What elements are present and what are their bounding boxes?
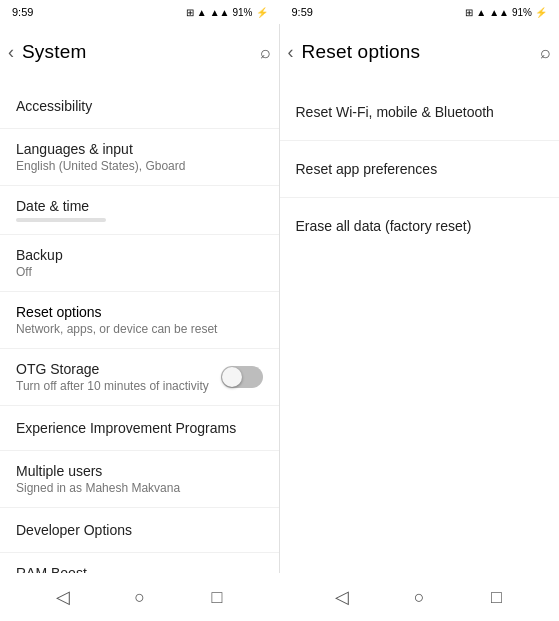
left-nav-bar: ◁ ○ □ <box>0 573 280 621</box>
reset-title: Reset options <box>16 304 263 320</box>
left-recents-nav-icon[interactable]: □ <box>201 581 233 613</box>
signal-icon-r: ▲▲ <box>489 7 509 18</box>
right-back-icon[interactable]: ‹ <box>288 42 294 63</box>
reset-subtitle: Network, apps, or device can be reset <box>16 322 263 336</box>
left-home-nav-icon[interactable]: ○ <box>124 581 156 613</box>
backup-title: Backup <box>16 247 263 263</box>
left-back-nav-icon[interactable]: ◁ <box>47 581 79 613</box>
backup-subtitle: Off <box>16 265 263 279</box>
settings-item-languages[interactable]: Languages & input English (United States… <box>0 129 279 185</box>
developer-title: Developer Options <box>16 522 263 538</box>
charge-icon-r: ⚡ <box>535 7 547 18</box>
settings-item-accessibility[interactable]: Accessibility <box>0 84 279 128</box>
right-status-bar: 9:59 ⊞ ▲ ▲▲ 91% ⚡ <box>280 0 560 24</box>
languages-title: Languages & input <box>16 141 263 157</box>
signal-icon: ▲▲ <box>210 7 230 18</box>
factory-reset-label: Erase all data (factory reset) <box>296 218 472 234</box>
reset-wifi-label: Reset Wi-Fi, mobile & Bluetooth <box>296 104 494 120</box>
datetime-progress <box>16 218 106 222</box>
sim-icon-r: ⊞ <box>465 7 473 18</box>
otg-subtitle: Turn off after 10 minutes of inactivity <box>16 379 221 393</box>
settings-item-datetime[interactable]: Date & time <box>0 186 279 234</box>
left-back-icon[interactable]: ‹ <box>8 42 14 63</box>
right-panel: ‹ Reset options ⌕ Reset Wi-Fi, mobile & … <box>280 24 560 573</box>
left-settings-list: Accessibility Languages & input English … <box>0 80 279 573</box>
datetime-title: Date & time <box>16 198 263 214</box>
right-back-nav-icon[interactable]: ◁ <box>326 581 358 613</box>
otg-title: OTG Storage <box>16 361 221 377</box>
panels-container: ‹ System ⌕ Accessibility Languages & inp… <box>0 24 559 573</box>
reset-app-label: Reset app preferences <box>296 161 438 177</box>
settings-item-ram[interactable]: RAM Boost Optimize RAM utilization based… <box>0 553 279 573</box>
left-status-icons: ⊞ ▲ ▲▲ 91% ⚡ <box>186 7 268 18</box>
reset-app-item[interactable]: Reset app preferences <box>280 141 560 197</box>
left-panel-title: System <box>22 41 260 63</box>
left-time: 9:59 <box>12 6 33 18</box>
battery-left: 91% <box>232 7 252 18</box>
factory-reset-item[interactable]: Erase all data (factory reset) <box>280 198 560 254</box>
settings-item-reset[interactable]: Reset options Network, apps, or device c… <box>0 292 279 348</box>
wifi-icon-r: ▲ <box>476 7 486 18</box>
accessibility-title: Accessibility <box>16 98 263 114</box>
right-panel-title: Reset options <box>302 41 541 63</box>
right-panel-header: ‹ Reset options ⌕ <box>280 24 560 80</box>
right-home-nav-icon[interactable]: ○ <box>403 581 435 613</box>
otg-toggle[interactable] <box>221 366 263 388</box>
battery-right: 91% <box>512 7 532 18</box>
left-status-bar: 9:59 ⊞ ▲ ▲▲ 91% ⚡ <box>0 0 280 24</box>
sim-icon: ⊞ <box>186 7 194 18</box>
toggle-knob <box>222 367 242 387</box>
users-subtitle: Signed in as Mahesh Makvana <box>16 481 263 495</box>
settings-item-otg[interactable]: OTG Storage Turn off after 10 minutes of… <box>0 349 279 405</box>
ram-title: RAM Boost <box>16 565 263 573</box>
status-bar: 9:59 ⊞ ▲ ▲▲ 91% ⚡ 9:59 ⊞ ▲ ▲▲ 91% ⚡ <box>0 0 559 24</box>
charge-icon: ⚡ <box>256 7 268 18</box>
users-title: Multiple users <box>16 463 263 479</box>
reset-wifi-item[interactable]: Reset Wi-Fi, mobile & Bluetooth <box>280 84 560 140</box>
left-panel-header: ‹ System ⌕ <box>0 24 279 80</box>
settings-item-experience[interactable]: Experience Improvement Programs <box>0 406 279 450</box>
experience-title: Experience Improvement Programs <box>16 420 263 436</box>
right-status-icons: ⊞ ▲ ▲▲ 91% ⚡ <box>465 7 547 18</box>
settings-item-users[interactable]: Multiple users Signed in as Mahesh Makva… <box>0 451 279 507</box>
right-nav-bar: ◁ ○ □ <box>280 573 560 621</box>
right-settings-list: Reset Wi-Fi, mobile & Bluetooth Reset ap… <box>280 80 560 573</box>
wifi-icon: ▲ <box>197 7 207 18</box>
right-recents-nav-icon[interactable]: □ <box>480 581 512 613</box>
settings-item-backup[interactable]: Backup Off <box>0 235 279 291</box>
languages-subtitle: English (United States), Gboard <box>16 159 263 173</box>
left-panel: ‹ System ⌕ Accessibility Languages & inp… <box>0 24 280 573</box>
nav-bar: ◁ ○ □ ◁ ○ □ <box>0 573 559 621</box>
right-time: 9:59 <box>292 6 313 18</box>
settings-item-developer[interactable]: Developer Options <box>0 508 279 552</box>
left-search-icon[interactable]: ⌕ <box>260 42 271 63</box>
right-search-icon[interactable]: ⌕ <box>540 42 551 63</box>
